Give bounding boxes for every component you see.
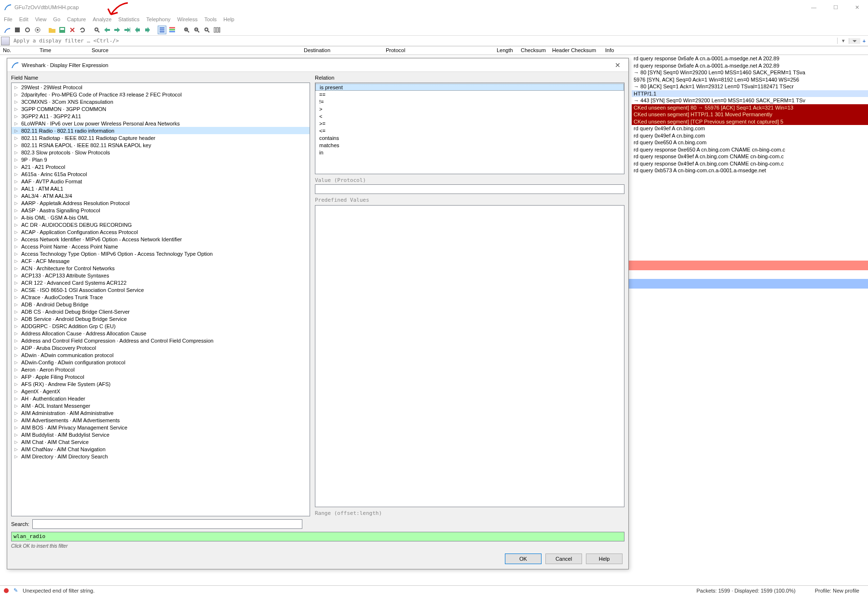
expand-icon[interactable]: ▷: [14, 179, 19, 184]
tb-open-icon[interactable]: [48, 26, 56, 34]
field-row[interactable]: ▷AASP · Aastra Signalling Protocol: [12, 207, 310, 214]
relation-row[interactable]: !=: [315, 98, 624, 105]
expand-icon[interactable]: ▷: [14, 440, 19, 444]
field-row[interactable]: ▷AIM · AOL Instant Messenger: [12, 402, 310, 409]
field-row[interactable]: ▷ACtrace · AudioCodes Trunk Trace: [12, 293, 310, 301]
tb-reload-icon[interactable]: [78, 26, 87, 34]
packet-row[interactable]: → 80 [ACK] Seq=1 Ack=1 Win=29312 Len=0 T…: [632, 83, 868, 90]
packet-row[interactable]: rd query 0xb573 A cn-bing-com.cn.a-0001.…: [632, 167, 868, 174]
field-row[interactable]: ▷AFS (RX) · Andrew File System (AFS): [12, 380, 310, 387]
expand-icon[interactable]: ▷: [14, 324, 19, 329]
ok-button[interactable]: OK: [505, 553, 542, 564]
field-row[interactable]: ▷AIM Buddylist · AIM Buddylist Service: [12, 431, 310, 438]
expand-icon[interactable]: ▷: [14, 85, 19, 90]
col-time[interactable]: Time: [40, 47, 51, 53]
expand-icon[interactable]: ▷: [14, 273, 19, 278]
tb-stop-icon[interactable]: [13, 26, 22, 34]
field-row[interactable]: ▷AIM Directory · AIM Directory Search: [12, 453, 310, 460]
field-row[interactable]: ▷3GPP2 A11 · 3GPP2 A11: [12, 112, 310, 120]
field-row[interactable]: ▷ACP133 · ACP133 Attribute Syntaxes: [12, 272, 310, 279]
col-hchecksum[interactable]: Header Checksum: [552, 47, 596, 53]
expand-icon[interactable]: ▷: [14, 317, 19, 321]
filter-dropdown-icon[interactable]: ▾: [837, 38, 849, 44]
tb-save-icon[interactable]: [58, 26, 67, 34]
value-input[interactable]: [315, 184, 624, 194]
dialog-close-button[interactable]: ✕: [611, 61, 624, 69]
field-row[interactable]: ▷Address and Control Field Compression ·…: [12, 337, 310, 344]
field-row[interactable]: ▷AAF · AVTP Audio Format: [12, 178, 310, 185]
tb-autoscroll-icon[interactable]: [158, 26, 166, 34]
menu-analyze[interactable]: Analyze: [93, 16, 111, 22]
field-row[interactable]: ▷ACR 122 · Advanced Card Systems ACR122: [12, 279, 310, 286]
field-tree[interactable]: ▷29West · 29West Protocol▷2dparityfec · …: [11, 83, 310, 516]
field-row[interactable]: ▷ADwin-Config · ADwin configuration prot…: [12, 359, 310, 366]
expert-info-icon[interactable]: [4, 588, 9, 593]
packet-row[interactable]: → 80 [SYN] Seq=0 Win=29200 Len=0 MSS=146…: [632, 69, 868, 76]
minimize-button[interactable]: —: [803, 0, 825, 14]
packet-row[interactable]: rd query response 0x49ef A cn.bing.com C…: [632, 160, 868, 167]
expand-icon[interactable]: ▷: [14, 222, 19, 227]
tb-zoom-100-icon[interactable]: [203, 26, 211, 34]
field-row[interactable]: ▷3GPP COMMON · 3GPP COMMON: [12, 105, 310, 112]
expand-icon[interactable]: ▷: [14, 396, 19, 401]
field-row[interactable]: ▷ADwin · ADwin communication protocol: [12, 351, 310, 359]
field-row[interactable]: ▷AFP · Apple Filing Protocol: [12, 373, 310, 380]
expand-icon[interactable]: ▷: [14, 237, 19, 242]
field-row[interactable]: ▷ADB CS · Android Debug Bridge Client-Se…: [12, 308, 310, 315]
field-row[interactable]: ▷AAL1 · ATM AAL1: [12, 185, 310, 192]
col-info[interactable]: Info: [605, 47, 614, 53]
field-row[interactable]: ▷ADP · Aruba Discovery Protocol: [12, 344, 310, 351]
expand-icon[interactable]: ▷: [14, 360, 19, 365]
field-row[interactable]: ▷Access Network Identifier · MIPv6 Optio…: [12, 235, 310, 243]
expand-icon[interactable]: ▷: [14, 143, 19, 148]
menu-wireless[interactable]: Wireless: [177, 16, 198, 22]
col-length[interactable]: Length: [497, 47, 513, 53]
expand-icon[interactable]: ▷: [14, 280, 19, 285]
field-row[interactable]: ▷29West · 29West Protocol: [12, 83, 310, 91]
expand-icon[interactable]: ▷: [14, 367, 19, 372]
cancel-button[interactable]: Cancel: [545, 553, 582, 564]
packet-row[interactable]: CKed unseen segment] HTTP/1.1 301 Moved …: [632, 111, 868, 118]
relation-row[interactable]: <: [315, 112, 624, 120]
expand-icon[interactable]: ▷: [14, 107, 19, 111]
maximize-button[interactable]: ☐: [825, 0, 846, 14]
field-row[interactable]: ▷A21 · A21 Protocol: [12, 163, 310, 170]
field-row[interactable]: ▷ADDGRPC · DSRC Addition Grp C (EU): [12, 322, 310, 330]
expand-icon[interactable]: ▷: [14, 186, 19, 191]
tb-zoom-out-icon[interactable]: [192, 26, 201, 34]
relation-row[interactable]: matches: [315, 141, 624, 149]
field-row[interactable]: ▷A615a · Arinc 615a Protocol: [12, 170, 310, 178]
field-row[interactable]: ▷AIM Administration · AIM Administrative: [12, 409, 310, 416]
tb-find-icon[interactable]: [93, 26, 101, 34]
expand-icon[interactable]: ▷: [14, 447, 19, 452]
expand-icon[interactable]: ▷: [14, 382, 19, 387]
expand-icon[interactable]: ▷: [14, 244, 19, 249]
expand-icon[interactable]: ▷: [14, 454, 19, 459]
field-row[interactable]: ▷Address Allocation Cause · Address Allo…: [12, 330, 310, 337]
packet-row[interactable]: rd query response 0x49ef A cn.bing.com C…: [632, 153, 868, 160]
col-source[interactable]: Source: [92, 47, 108, 53]
relation-row[interactable]: contains: [315, 134, 624, 141]
menu-edit[interactable]: Edit: [19, 16, 28, 22]
col-no[interactable]: No.: [3, 47, 11, 53]
status-profile[interactable]: Profile: New profile: [815, 588, 859, 594]
expand-icon[interactable]: ▷: [14, 338, 19, 343]
field-row[interactable]: ▷9P · Plan 9: [12, 156, 310, 163]
packet-row[interactable]: rd query response 0xe650 A cn.bing.com C…: [632, 146, 868, 153]
relation-row[interactable]: >=: [315, 120, 624, 127]
field-row[interactable]: ▷ACF · ACF Message: [12, 257, 310, 264]
packet-row[interactable]: CKed unseen segment] 80 → 55976 [ACK] Se…: [632, 104, 868, 111]
expand-icon[interactable]: ▷: [14, 259, 19, 263]
packet-list[interactable]: rd query response 0x6afe A cn.a-0001.a-m…: [632, 55, 868, 224]
field-row[interactable]: ▷6LoWPAN · IPv6 over Low power Wireless …: [12, 120, 310, 127]
relation-row[interactable]: <=: [315, 127, 624, 134]
expand-icon[interactable]: ▷: [14, 418, 19, 423]
packet-row[interactable]: rd query response 0x6afe A cn.a-0001.a-m…: [632, 55, 868, 62]
filter-bookmark-icon[interactable]: [1, 37, 10, 45]
field-row[interactable]: ▷A-bis OML · GSM A-bis OML: [12, 214, 310, 221]
tb-close-file-icon[interactable]: [68, 26, 77, 34]
expand-icon[interactable]: ▷: [14, 150, 19, 155]
tb-jump-icon[interactable]: [123, 26, 132, 34]
col-checksum[interactable]: Checksum: [521, 47, 546, 53]
field-row[interactable]: ▷AC DR · AUDIOCODES DEBUG RECORDING: [12, 221, 310, 228]
